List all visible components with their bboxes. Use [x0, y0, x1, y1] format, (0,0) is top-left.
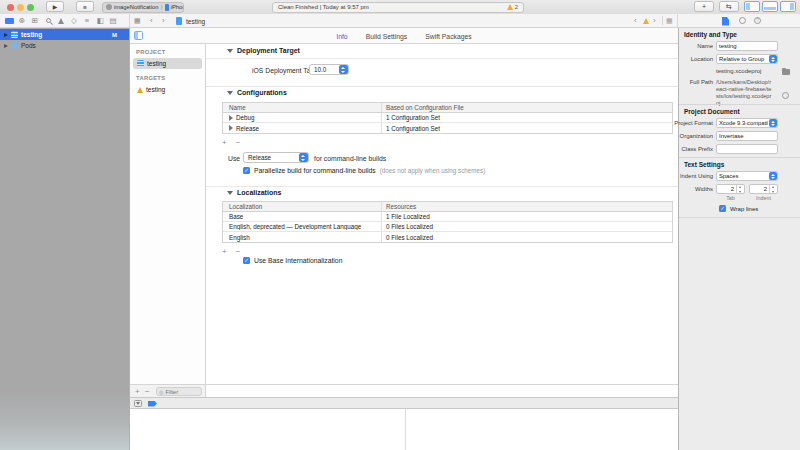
table-row[interactable]: English, deprecated — Development Langua… — [223, 222, 672, 232]
column-header-resources[interactable]: Resources — [381, 202, 672, 211]
organization-field[interactable] — [716, 131, 778, 141]
remove-configuration-button[interactable]: − — [236, 138, 241, 147]
configurations-section-header[interactable]: Configurations — [227, 89, 287, 96]
forward-button[interactable]: › — [162, 16, 165, 25]
divider — [129, 14, 130, 27]
indent-using-popup[interactable]: Spaces — [716, 171, 778, 181]
class-prefix-field[interactable] — [716, 144, 778, 154]
divider — [679, 104, 800, 105]
folder-icon[interactable] — [782, 69, 790, 75]
collapse-icon[interactable] — [227, 191, 233, 195]
tab-build-settings[interactable]: Build Settings — [366, 33, 408, 40]
filter-input[interactable] — [165, 389, 199, 395]
command-line-configuration-popup[interactable]: Release — [243, 152, 309, 163]
breakpoints-toggle-icon[interactable] — [148, 401, 157, 407]
target-item-testing[interactable]: testing — [133, 84, 202, 95]
disclosure-triangle-icon[interactable] — [229, 125, 233, 131]
library-button[interactable]: + — [694, 1, 714, 12]
collapse-icon[interactable] — [227, 91, 233, 95]
organization-input[interactable] — [719, 133, 775, 139]
stepper-value: 2 — [750, 186, 769, 192]
close-window-button[interactable] — [7, 4, 14, 11]
toggle-inspector-button[interactable] — [780, 1, 796, 12]
toggle-debug-area-button[interactable] — [762, 1, 778, 12]
filter-icon: ◎ — [159, 389, 163, 395]
previous-issue-button[interactable]: ‹ — [634, 16, 637, 25]
console-split-divider[interactable] — [405, 409, 406, 450]
disclosure-triangle-icon[interactable] — [229, 115, 233, 121]
add-configuration-button[interactable]: + — [222, 138, 227, 147]
remove-localization-button[interactable]: − — [236, 247, 241, 256]
remove-item-button[interactable]: − — [145, 387, 150, 396]
add-item-button[interactable]: + — [135, 387, 140, 396]
collapse-icon[interactable] — [227, 49, 233, 53]
inspector-panel-icon — [790, 3, 794, 10]
navigator-panel-icon — [746, 3, 750, 10]
issue-navigator-tab[interactable] — [55, 14, 67, 27]
history-inspector-tab-icon[interactable] — [739, 17, 746, 24]
project-navigator-tab[interactable] — [3, 14, 15, 27]
scheme-selector[interactable]: imageNotification ⟩ iPhone 11 — [102, 2, 184, 13]
ios-deployment-target-popup[interactable]: 10.0 — [309, 64, 349, 75]
project-item-testing[interactable]: testing — [133, 58, 202, 69]
tab-info[interactable]: Info — [336, 33, 347, 40]
source-control-navigator-tab[interactable]: ⊗ — [16, 14, 28, 27]
add-localization-button[interactable]: + — [222, 247, 227, 256]
table-row[interactable]: Debug 1 Configuration Set — [223, 113, 672, 123]
wrap-lines-checkbox[interactable]: ✓ — [719, 205, 726, 212]
jumpbar-file-name[interactable]: testing — [186, 18, 205, 25]
next-issue-button[interactable]: › — [653, 16, 656, 25]
tab-width-stepper[interactable]: 2 — [716, 184, 745, 194]
column-header-name[interactable]: Name — [223, 104, 381, 111]
debug-bar — [130, 397, 678, 409]
file-inspector-tab-icon[interactable] — [722, 17, 729, 26]
source-control-icon: ⊗ — [19, 16, 25, 25]
navigator-item-pods[interactable]: Pods — [0, 40, 129, 51]
back-button[interactable]: ‹ — [150, 16, 153, 25]
parallelize-checkbox[interactable]: ✓ — [243, 167, 250, 174]
quick-help-inspector-tab-icon[interactable]: ? — [754, 17, 761, 24]
run-button[interactable]: ▶ — [46, 1, 64, 12]
class-prefix-input[interactable] — [719, 146, 775, 152]
issue-warning-icon[interactable] — [643, 18, 649, 24]
location-popup[interactable]: Relative to Group — [716, 54, 778, 64]
base-internationalization-checkbox[interactable]: ✓ — [243, 257, 250, 264]
project-format-popup[interactable]: Xcode 9.3-compatible — [716, 118, 778, 128]
search-icon — [46, 18, 51, 23]
table-row[interactable]: English 0 Files Localized — [223, 232, 672, 242]
configurations-add-remove: + − — [222, 138, 240, 147]
find-navigator-tab[interactable] — [42, 14, 54, 27]
navigator-item-testing[interactable]: testing M — [0, 29, 129, 40]
editor-options-icon[interactable]: ▦ — [666, 17, 673, 25]
localizations-section-header[interactable]: Localizations — [227, 189, 281, 196]
filter-field[interactable]: ◎ — [156, 387, 202, 396]
stop-button[interactable]: ■ — [76, 1, 94, 12]
report-navigator-tab[interactable]: ▤ — [107, 14, 119, 27]
breakpoint-navigator-tab[interactable]: ◧ — [94, 14, 106, 27]
tab-swift-packages[interactable]: Swift Packages — [425, 33, 471, 40]
test-navigator-tab[interactable]: ◇ — [68, 14, 80, 27]
table-row[interactable]: Base 1 File Localized — [223, 212, 672, 222]
tab-overview-icon[interactable]: ▦ — [134, 17, 141, 25]
code-review-button[interactable]: ⇆ — [719, 1, 739, 12]
column-header-localization[interactable]: Localization — [223, 203, 381, 210]
name-input[interactable] — [719, 43, 775, 49]
name-field[interactable] — [716, 41, 778, 51]
disclosure-triangle-icon[interactable] — [4, 44, 8, 48]
column-header-file[interactable]: Based on Configuration File — [381, 103, 672, 112]
identity-section-title: Identity and Type — [684, 31, 737, 38]
popup-value: Release — [244, 154, 298, 161]
localization-name: English — [223, 234, 381, 241]
symbol-navigator-tab[interactable]: ⊞ — [29, 14, 41, 27]
indent-width-stepper[interactable]: 2 — [749, 184, 778, 194]
zoom-window-button[interactable] — [27, 4, 34, 11]
debug-navigator-tab[interactable]: ≡ — [81, 14, 93, 27]
warning-badge[interactable]: 2 — [507, 4, 518, 10]
hide-debug-area-button[interactable] — [134, 400, 142, 407]
deployment-target-section-header[interactable]: Deployment Target — [227, 47, 300, 54]
reveal-in-finder-icon[interactable]: → — [782, 92, 789, 99]
toggle-navigator-button[interactable] — [744, 1, 760, 12]
minimize-window-button[interactable] — [17, 4, 24, 11]
disclosure-triangle-icon[interactable] — [4, 33, 8, 37]
table-row[interactable]: Release 1 Configuration Set — [223, 123, 672, 133]
